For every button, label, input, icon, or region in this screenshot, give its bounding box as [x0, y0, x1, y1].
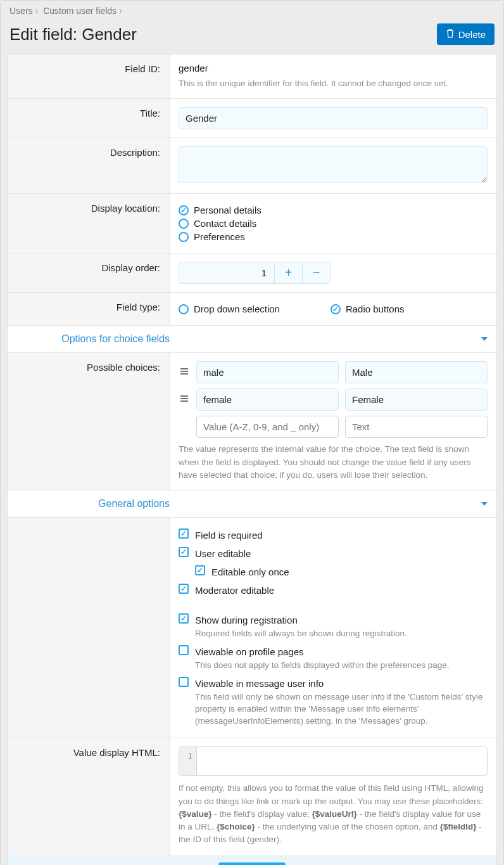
trash-icon	[446, 29, 455, 40]
checkbox-checked-icon	[179, 584, 189, 594]
section-general-options[interactable]: General options	[8, 490, 496, 518]
opt-moderator-editable[interactable]: Moderator editable	[179, 581, 488, 599]
section-general-label: General options	[16, 498, 170, 509]
ftype-dropdown[interactable]: Drop down selection	[179, 304, 280, 314]
choices-hint: The value represents the internal value …	[179, 443, 488, 482]
checkbox-checked-icon	[179, 547, 189, 557]
label-field-id: Field ID:	[8, 54, 170, 98]
opt-view-profile-label: Viewable on profile pages	[195, 645, 450, 658]
radio-icon	[179, 232, 189, 242]
drag-handle-icon[interactable]	[179, 394, 190, 405]
ftype-radio[interactable]: Radio buttons	[331, 304, 405, 314]
section-choice-label: Options for choice fields	[16, 333, 170, 345]
opt-required-label: Field is required	[195, 529, 263, 542]
loc-personal[interactable]: Personal details	[179, 205, 488, 215]
field-id-value: gender	[179, 63, 488, 74]
choice-text-new[interactable]	[345, 416, 488, 438]
label-value-html: Value display HTML:	[8, 738, 170, 854]
delete-label: Delete	[458, 29, 486, 40]
opt-view-profile-hint: This does not apply to fields displayed …	[195, 660, 450, 672]
radio-selected-icon	[179, 205, 189, 215]
display-order-stepper: + −	[179, 262, 331, 284]
checkbox-checked-icon	[179, 613, 189, 624]
opt-editable-once-label: Editable only once	[211, 565, 289, 579]
chevron-down-icon	[481, 502, 488, 506]
choice-value-input[interactable]	[196, 361, 339, 383]
opt-view-profile[interactable]: Viewable on profile pagesThis does not a…	[179, 643, 488, 674]
checkbox-checked-icon	[179, 529, 189, 539]
opt-editable-once[interactable]: Editable only once	[195, 563, 488, 581]
breadcrumb-fields[interactable]: Custom user fields	[43, 6, 117, 16]
display-order-input[interactable]	[179, 262, 274, 283]
label-display-order: Display order:	[8, 253, 170, 292]
choice-text-input[interactable]	[345, 361, 488, 383]
loc-contact-label: Contact details	[194, 218, 256, 229]
opt-view-msg[interactable]: Viewable in message user infoThis field …	[179, 674, 488, 730]
value-html-hint: If not empty, this allows you to format …	[179, 782, 488, 846]
choice-value-new[interactable]	[196, 416, 339, 438]
line-number: 1	[179, 747, 197, 775]
breadcrumb-users[interactable]: Users	[9, 6, 33, 16]
label-title: Title:	[8, 99, 170, 138]
breadcrumb: Users› Custom user fields›	[1, 1, 503, 21]
value-html-editor[interactable]: 1	[179, 746, 488, 776]
page-title: Edit field: Gender	[9, 25, 137, 44]
field-id-hint: This is the unique identifier for this f…	[179, 77, 488, 90]
save-button[interactable]: Save	[218, 862, 285, 865]
label-possible-choices: Possible choices:	[8, 353, 170, 490]
opt-moderator-editable-label: Moderator editable	[195, 584, 274, 597]
label-field-type: Field type:	[8, 293, 170, 325]
opt-view-msg-hint: This field will only be shown on message…	[195, 691, 488, 727]
opt-show-registration-hint: Required fields will always be shown dur…	[195, 628, 407, 640]
label-description: Description:	[8, 138, 170, 193]
loc-prefs-label: Preferences	[194, 231, 245, 242]
checkbox-checked-icon	[195, 565, 205, 575]
opt-user-editable[interactable]: User editable	[179, 544, 488, 563]
opt-show-registration[interactable]: Show during registrationRequired fields …	[179, 611, 488, 643]
loc-personal-label: Personal details	[194, 205, 261, 215]
choice-value-input[interactable]	[196, 388, 339, 411]
choice-text-input[interactable]	[345, 388, 488, 411]
opt-user-editable-label: User editable	[195, 547, 251, 560]
title-input[interactable]	[179, 107, 488, 129]
radio-icon	[179, 304, 189, 314]
ftype-radio-label: Radio buttons	[346, 304, 405, 314]
delete-button[interactable]: Delete	[437, 23, 495, 45]
label-display-location: Display location:	[8, 194, 170, 253]
opt-required[interactable]: Field is required	[179, 526, 488, 544]
radio-icon	[179, 219, 189, 229]
step-up[interactable]: +	[274, 262, 302, 283]
drag-handle-icon[interactable]	[179, 367, 190, 378]
description-input[interactable]	[179, 146, 488, 183]
chevron-down-icon	[481, 337, 488, 341]
checkbox-icon	[179, 645, 189, 655]
loc-contact[interactable]: Contact details	[179, 218, 488, 229]
radio-selected-icon	[331, 304, 341, 314]
loc-prefs[interactable]: Preferences	[179, 231, 488, 242]
section-choice-options[interactable]: Options for choice fields	[8, 326, 496, 353]
ftype-dropdown-label: Drop down selection	[194, 304, 280, 314]
label-general	[8, 518, 170, 738]
opt-show-registration-label: Show during registration	[195, 613, 407, 627]
opt-view-msg-label: Viewable in message user info	[195, 677, 488, 690]
step-down[interactable]: −	[302, 262, 330, 283]
checkbox-icon	[179, 677, 189, 687]
